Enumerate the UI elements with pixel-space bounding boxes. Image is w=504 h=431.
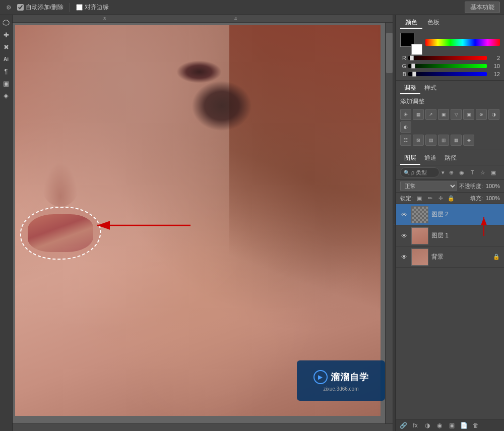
nose-area [40, 156, 81, 207]
lock-position[interactable]: ✛ [436, 194, 445, 203]
green-slider[interactable] [408, 64, 487, 68]
watermark-play-icon: ▶ [313, 370, 328, 384]
vertical-scrollbar[interactable] [385, 23, 393, 423]
layer-adjustment-icon[interactable]: ◉ [434, 420, 445, 430]
lips-area [20, 207, 103, 262]
layers-tabs: 图层 通道 路径 [396, 150, 504, 165]
red-thumb[interactable] [410, 55, 414, 60]
align-edges-checkbox[interactable]: 对齐边缘 [76, 3, 109, 12]
auto-add-remove-checkbox[interactable]: 自动添加/删除 [17, 3, 64, 12]
tool-text[interactable]: ¶ [1, 66, 12, 77]
layer-new-icon[interactable]: 📄 [459, 420, 469, 430]
g-value: 10 [489, 63, 500, 69]
layer-item-1[interactable]: 👁 图层 1 [396, 225, 504, 247]
layer-2-visibility[interactable]: 👁 [400, 211, 408, 219]
layer-bg-visibility[interactable]: 👁 [400, 253, 408, 261]
adj-exposure[interactable]: ▣ [438, 109, 449, 120]
red-slider[interactable] [408, 56, 487, 60]
layer-ctrl-1[interactable]: ⊕ [447, 168, 456, 177]
tool-layer[interactable]: ▣ [1, 78, 12, 89]
watermark-url: zixue.3d66.com [323, 386, 358, 392]
ruler-mark-3: 3 [103, 16, 106, 21]
layer-item-bg[interactable]: 👁 背景 🔒 [396, 247, 504, 268]
layer-group-icon[interactable]: ▣ [447, 420, 457, 430]
ruler-mark-4: 4 [234, 16, 237, 21]
layers-search-row: 🔍 ρ 类型 ▾ ⊕ ◉ T ☆ ▣ [396, 165, 504, 180]
blue-thumb[interactable] [412, 72, 416, 77]
lock-pixels[interactable]: ✏ [425, 194, 434, 203]
g-label: G [400, 63, 406, 69]
layer-ctrl-t[interactable]: T [468, 168, 477, 177]
tab-adjustments[interactable]: 调整 [400, 83, 420, 94]
adj-bw[interactable]: ◑ [488, 109, 499, 120]
background-color[interactable] [411, 44, 422, 55]
layer-bg-preview [412, 249, 428, 265]
adj-brightness[interactable]: ☀ [400, 109, 411, 120]
adj-levels[interactable]: ▦ [413, 109, 424, 120]
adjustments-section: 调整 样式 添加调整 ☀ ▦ ↗ ▣ ▽ ▣ ⊗ ◑ ◐ ☷ ⊠ ▤ ▥ [396, 81, 504, 150]
layers-type-dropdown-arrow[interactable]: ▾ [442, 169, 445, 176]
align-edges-label: 对齐边缘 [85, 3, 109, 12]
lips-inner [28, 214, 93, 252]
workspace-button[interactable]: 基本功能 [465, 2, 500, 13]
adj-selectivecolor[interactable]: ◈ [463, 135, 474, 146]
red-channel-row: R 2 [396, 54, 504, 62]
adj-threshold[interactable]: ▥ [438, 135, 449, 146]
adj-colorbalance[interactable]: ⊗ [476, 109, 487, 120]
tattoo-area [192, 81, 252, 131]
tab-swatches[interactable]: 色板 [422, 17, 445, 29]
adj-hue[interactable]: ▣ [463, 109, 474, 120]
tab-layers[interactable]: 图层 [400, 152, 420, 165]
layer-ctrl-3[interactable]: ☆ [478, 168, 487, 177]
tool-subtract[interactable]: ✖ [1, 41, 12, 52]
layer-1-visibility[interactable]: 👁 [400, 232, 408, 240]
lock-transparent[interactable]: ▣ [415, 194, 424, 203]
svg-point-0 [3, 20, 9, 25]
tab-styles[interactable]: 样式 [420, 83, 440, 94]
adj-invert[interactable]: ⊠ [413, 135, 424, 146]
search-icon: 🔍 [404, 170, 410, 175]
layers-search-box[interactable]: 🔍 ρ 类型 [400, 167, 439, 177]
layer-link-icon[interactable]: 🔗 [398, 420, 408, 430]
adj-gradient[interactable]: ▦ [451, 135, 462, 146]
adj-icons-row-2: ☷ ⊠ ▤ ▥ ▦ ◈ [400, 135, 500, 146]
tool-add[interactable]: ✚ [1, 29, 12, 40]
right-panel: 颜色 色板 R 2 G [396, 15, 504, 431]
adj-channel[interactable]: ☷ [400, 135, 411, 146]
blue-slider[interactable] [408, 72, 487, 76]
rainbow-bar [425, 39, 500, 46]
adj-posterize[interactable]: ▤ [425, 135, 436, 146]
tab-color[interactable]: 颜色 [400, 17, 422, 29]
tool-lasso[interactable] [1, 17, 12, 28]
tool-select[interactable]: ◈ [1, 90, 12, 101]
layer-2-checker [412, 207, 428, 223]
top-toolbar: ⚙ 自动添加/删除 对齐边缘 基本功能 [0, 0, 504, 15]
layer-mode-select[interactable]: 正常 [400, 181, 457, 191]
green-thumb[interactable] [411, 64, 415, 69]
eye-dark [176, 60, 222, 83]
layer-mask-icon[interactable]: ◑ [422, 420, 432, 430]
adj-vibrance[interactable]: ▽ [451, 109, 462, 120]
b-label: B [400, 71, 406, 77]
layer-1-thumb [411, 227, 428, 244]
layer-ctrl-4[interactable]: ▣ [489, 168, 498, 177]
foreground-background-swatches[interactable] [400, 33, 419, 52]
layer-style-icon[interactable]: fx [410, 420, 420, 430]
gear-icon[interactable]: ⚙ [4, 3, 13, 12]
watermark-sitename: 溜溜自学 [331, 371, 369, 383]
layer-ctrl-2[interactable]: ◉ [457, 168, 466, 177]
r-value: 2 [489, 55, 500, 61]
adj-photo[interactable]: ◐ [400, 121, 411, 133]
layer-delete-icon[interactable]: 🗑 [471, 420, 481, 430]
lock-all[interactable]: 🔒 [447, 194, 456, 203]
tool-ai[interactable]: Ai [1, 53, 12, 65]
tab-channels[interactable]: 通道 [420, 152, 440, 165]
left-toolbar: ✚ ✖ Ai ¶ ▣ ◈ [0, 15, 13, 431]
tab-paths[interactable]: 路径 [440, 152, 461, 165]
adj-curves[interactable]: ↗ [425, 109, 436, 120]
layer-1-name: 图层 1 [431, 231, 500, 240]
r-label: R [400, 55, 406, 61]
canvas-area[interactable]: 3 4 [13, 15, 393, 431]
adj-icons-row-1: ☀ ▦ ↗ ▣ ▽ ▣ ⊗ ◑ ◐ [400, 109, 500, 133]
layer-bg-lock-icon: 🔒 [493, 254, 500, 260]
